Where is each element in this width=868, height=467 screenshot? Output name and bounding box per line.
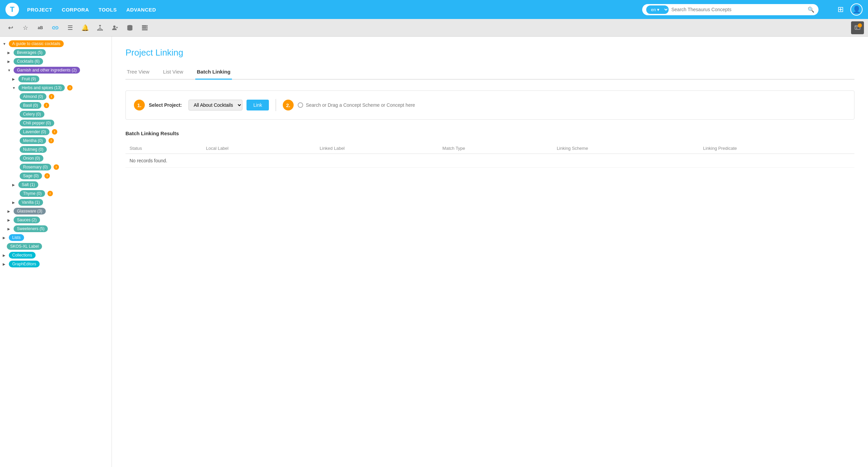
- arrow-icon: ▶: [3, 262, 7, 266]
- notifications-badge[interactable]: [851, 21, 864, 34]
- history-tool[interactable]: ↩: [4, 21, 17, 34]
- star-tool[interactable]: ☆: [19, 21, 32, 34]
- nav-project[interactable]: PROJECT: [27, 7, 52, 13]
- col-linked-label: Linked Label: [316, 143, 438, 154]
- chili-tag[interactable]: Chili pepper (0): [20, 120, 54, 126]
- cocktails-tag[interactable]: Cocktails (6): [14, 58, 43, 65]
- nav-links: PROJECT CORPORA TOOLS ADVANCED: [27, 7, 156, 13]
- tree-item-lavender[interactable]: Lavender (0) !: [0, 127, 112, 136]
- nutmeg-tag[interactable]: Nutmeg (0): [20, 146, 47, 153]
- tree-item-root[interactable]: ▼ A guide to classic cocktails: [0, 39, 112, 48]
- nav-advanced[interactable]: ADVANCED: [126, 7, 156, 13]
- nav-corpora[interactable]: CORPORA: [62, 7, 89, 13]
- tree-item-almond[interactable]: Almond (0) !: [0, 92, 112, 101]
- toolbar: ↩ ☆ aB ☰ 🔔: [0, 19, 868, 37]
- logo[interactable]: T: [5, 3, 19, 16]
- concept-search-input[interactable]: [306, 102, 846, 108]
- step-1-circle: 1.: [134, 100, 145, 110]
- tab-tree-view[interactable]: Tree View: [125, 66, 151, 80]
- svg-rect-10: [142, 25, 148, 26]
- tree-item-skos[interactable]: SKOS-XL Label: [0, 242, 112, 251]
- tree-item-sweeteners[interactable]: ▶ Sweeteners (5): [0, 224, 112, 233]
- warn-icon: !: [67, 85, 73, 90]
- tree-item-fruit[interactable]: ▶ Fruit (9): [0, 75, 112, 83]
- tree-item-sage[interactable]: Sage (0) !: [0, 171, 112, 180]
- list-tool[interactable]: ☰: [64, 21, 77, 34]
- sauces-tag[interactable]: Sauces (2): [14, 217, 40, 223]
- tree-item-chili[interactable]: Chili pepper (0): [0, 119, 112, 127]
- user-avatar[interactable]: 👤: [850, 3, 863, 16]
- herbs-tag[interactable]: Herbs and spices (13): [18, 84, 65, 91]
- language-select[interactable]: en ▾: [646, 5, 669, 14]
- arrow-icon: ▶: [12, 201, 17, 204]
- grid-icon[interactable]: ⊞: [837, 5, 844, 14]
- basil-tag[interactable]: Basil (0): [20, 102, 41, 109]
- tree-item-nutmeg[interactable]: Nutmeg (0): [0, 145, 112, 154]
- tree-item-grapheditors[interactable]: ▶ GraphEditors: [0, 260, 112, 268]
- tabs: Tree View List View Batch Linking: [125, 66, 854, 80]
- skos-tag[interactable]: SKOS-XL Label: [7, 243, 42, 250]
- tree-item-collections[interactable]: ▶ Collections: [0, 251, 112, 260]
- server-tool[interactable]: [138, 21, 151, 34]
- link-tool[interactable]: [49, 21, 62, 34]
- arrow-icon: ▶: [7, 218, 12, 222]
- database-tool[interactable]: [123, 21, 136, 34]
- warn-icon: !: [44, 103, 49, 108]
- tree-item-celery[interactable]: Celery (0): [0, 110, 112, 119]
- tree-item-rosemary[interactable]: Rosemary (0) !: [0, 163, 112, 171]
- tree-item-mentha[interactable]: Mentha (0) !: [0, 136, 112, 145]
- badge-dot: [858, 23, 862, 27]
- tree-item-garnish[interactable]: ▼ Garnish and other ingredients (2): [0, 66, 112, 75]
- tree-item-thyme[interactable]: Thyme (0) !: [0, 189, 112, 198]
- rosemary-tag[interactable]: Rosemary (0): [20, 164, 51, 170]
- svg-rect-3: [101, 29, 103, 31]
- page-title: Project Linking: [125, 47, 854, 58]
- root-tag[interactable]: A guide to classic cocktails: [9, 40, 64, 47]
- grapheditors-tag[interactable]: GraphEditors: [9, 261, 40, 267]
- svg-rect-12: [142, 29, 148, 30]
- salt-tag[interactable]: Salt (1): [18, 181, 38, 188]
- vanilla-tag[interactable]: Vanilla (1): [18, 199, 43, 206]
- tree-item-basil[interactable]: Basil (0) !: [0, 101, 112, 110]
- lavender-tag[interactable]: Lavender (0): [20, 128, 50, 135]
- celery-tag[interactable]: Celery (0): [20, 111, 44, 118]
- tree-item-salt[interactable]: ▶ Salt (1): [0, 180, 112, 189]
- results-section: Batch Linking Results Status Local Label…: [125, 130, 854, 168]
- glassware-tag[interactable]: Glassware (3): [14, 208, 46, 215]
- thyme-tag[interactable]: Thyme (0): [20, 190, 45, 197]
- tree-item-sauces[interactable]: ▶ Sauces (2): [0, 216, 112, 224]
- warn-icon: !: [44, 173, 50, 179]
- project-select[interactable]: All About Cocktails: [189, 100, 242, 110]
- tree-item-lists[interactable]: ▶ Lists: [0, 233, 112, 242]
- onion-tag[interactable]: Onion (0): [20, 155, 43, 162]
- collections-tag[interactable]: Collections: [9, 252, 36, 259]
- warn-icon: !: [47, 191, 53, 196]
- mentha-tag[interactable]: Mentha (0): [20, 137, 46, 144]
- tree-item-herbs[interactable]: ▼ Herbs and spices (13) !: [0, 83, 112, 92]
- col-status: Status: [125, 143, 202, 154]
- tree-item-glassware[interactable]: ▶ Glassware (3): [0, 207, 112, 216]
- svg-line-7: [100, 28, 102, 29]
- user-manage-tool[interactable]: [108, 21, 121, 34]
- svg-line-5: [98, 28, 100, 29]
- beverages-tag[interactable]: Beverages (5): [14, 49, 46, 56]
- bell-tool[interactable]: 🔔: [79, 21, 92, 34]
- sweeteners-tag[interactable]: Sweeteners (5): [14, 225, 48, 232]
- sage-tag[interactable]: Sage (0): [20, 172, 42, 179]
- almond-tag[interactable]: Almond (0): [20, 93, 46, 100]
- nav-tools[interactable]: TOOLS: [99, 7, 117, 13]
- tree-item-cocktails[interactable]: ▶ Cocktails (6): [0, 57, 112, 66]
- tree-item-vanilla[interactable]: ▶ Vanilla (1): [0, 198, 112, 207]
- fruit-tag[interactable]: Fruit (9): [18, 76, 39, 82]
- lists-tag[interactable]: Lists: [9, 234, 24, 241]
- garnish-tag[interactable]: Garnish and other ingredients (2): [14, 67, 80, 74]
- batch-form: 1. Select Project: All About Cocktails L…: [125, 90, 854, 120]
- tab-batch-linking[interactable]: Batch Linking: [195, 66, 232, 80]
- link-button[interactable]: Link: [246, 100, 269, 110]
- hierarchy-tool[interactable]: [94, 21, 106, 34]
- tab-list-view[interactable]: List View: [162, 66, 185, 80]
- search-input[interactable]: [671, 7, 805, 12]
- tree-item-onion[interactable]: Onion (0): [0, 154, 112, 163]
- replace-tool[interactable]: aB: [34, 21, 47, 34]
- tree-item-beverages[interactable]: ▶ Beverages (5): [0, 48, 112, 57]
